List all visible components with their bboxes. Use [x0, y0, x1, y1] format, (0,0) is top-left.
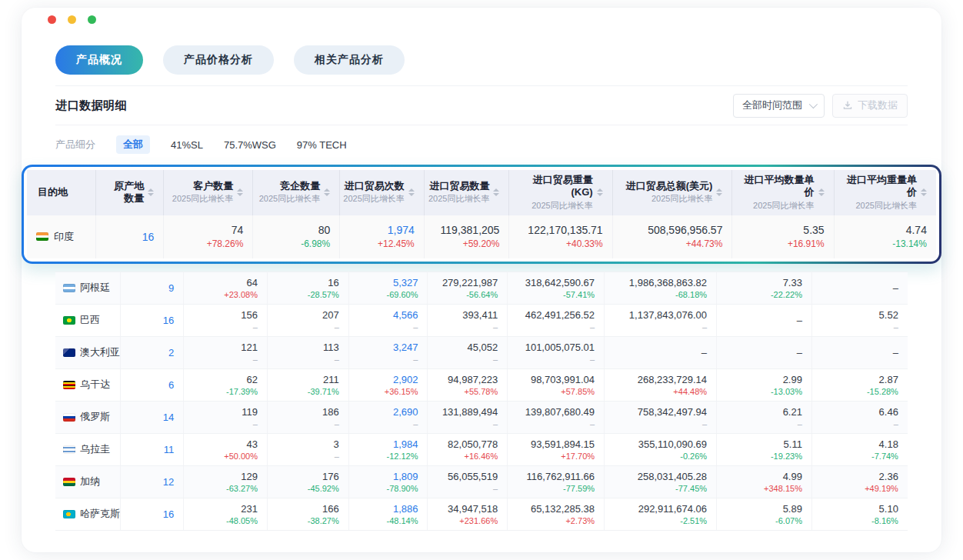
- sort-caret-icon[interactable]: [324, 188, 330, 196]
- column-header-7[interactable]: 进口贸易重量(KG)2025同比增长率: [508, 170, 611, 215]
- cell-growth: -28.57%: [308, 290, 339, 299]
- cell-value: 6.46: [879, 406, 898, 418]
- column-title: 客户数量: [172, 180, 233, 192]
- download-label: 下载数据: [858, 98, 898, 112]
- column-title: 进口平均重量单价: [838, 174, 917, 199]
- column-header-text: 进口贸易总额(美元)2025同比增长率: [626, 180, 713, 205]
- sort-caret-icon[interactable]: [237, 188, 243, 196]
- table-cell: 14: [120, 402, 184, 433]
- cell-growth: -13.14%: [892, 238, 927, 249]
- column-header-text: 竞企数量2025同比增长率: [259, 180, 320, 205]
- column-header-5[interactable]: 进口贸易次数2025同比增长率: [339, 170, 424, 215]
- cell-value: 7.33: [783, 277, 802, 288]
- highlighted-row[interactable]: 印度1674+78.26%80-6.98%1,974+12.45%119,381…: [27, 215, 936, 258]
- column-header-10[interactable]: 进口平均重量单价2025同比增长率: [834, 170, 936, 215]
- sort-caret-icon[interactable]: [716, 188, 722, 196]
- cell-growth: -22.22%: [771, 290, 802, 299]
- table-row-ar[interactable]: 阿根廷964+23.08%16-28.57%5,327-69.60%279,22…: [55, 272, 908, 304]
- table-cell: 758,342,497.94–: [604, 402, 716, 433]
- flag-kz-icon: [63, 510, 75, 518]
- cell-value: 6.21: [783, 406, 802, 418]
- cell-value: 231: [241, 503, 258, 515]
- table-cell: 6.21–: [716, 402, 811, 433]
- table-row-gh[interactable]: 加纳12129-63.27%176-45.92%1,809-78.90%56,0…: [55, 465, 908, 498]
- table-row-uy[interactable]: 乌拉圭1143+50.00%3–1,984-12.12%82,050,778+1…: [55, 433, 908, 465]
- cell-value: 292,911,674.06: [638, 503, 707, 515]
- minimize-button[interactable]: [68, 15, 76, 24]
- cell-value: 43: [247, 438, 258, 450]
- sort-caret-icon[interactable]: [148, 188, 154, 196]
- cell-value: 6: [168, 379, 174, 391]
- table-cell: 113–: [267, 337, 348, 368]
- table-cell: –: [716, 305, 811, 336]
- table-cell: 176-45.92%: [267, 466, 348, 498]
- column-title: 进口贸易总额(美元): [626, 180, 713, 192]
- cell-growth: –: [590, 355, 595, 364]
- destination-cell: 乌干达: [55, 369, 120, 401]
- table-cell: 292,911,674.06-2.51%: [604, 498, 716, 530]
- table-cell: 74+78.26%: [163, 215, 252, 258]
- cell-value: 156: [241, 309, 258, 321]
- destination-cell: 乌拉圭: [55, 434, 120, 465]
- tab-product-price-analysis[interactable]: 产品价格分析: [163, 45, 274, 75]
- cell-value: 16: [163, 315, 174, 326]
- column-header-text: 进口贸易数量2025同比增长率: [428, 180, 489, 205]
- sort-caret-icon[interactable]: [921, 188, 927, 196]
- cell-value: 258,031,405.28: [638, 471, 707, 482]
- filter-chip-sl[interactable]: 41%SL: [171, 139, 203, 151]
- sort-caret-icon[interactable]: [818, 188, 825, 196]
- column-header-6[interactable]: 进口贸易数量2025同比增长率: [424, 170, 509, 215]
- download-icon: [842, 100, 853, 111]
- cell-value: 4.74: [906, 224, 927, 236]
- cell-growth: -2.51%: [680, 516, 707, 525]
- filter-chip-tech[interactable]: 97% TECH: [297, 139, 347, 151]
- cell-growth: -48.14%: [387, 516, 418, 525]
- table-row-au[interactable]: 澳大利亚2121–113–3,247–45,052–101,005,075.01…: [55, 336, 908, 368]
- column-subtitle: 2025同比增长率: [626, 193, 713, 205]
- column-header-4[interactable]: 竞企数量2025同比增长率: [252, 170, 339, 215]
- header-controls: 全部时间范围 下载数据: [733, 94, 908, 118]
- table-row-kz[interactable]: 哈萨克斯坦16231-48.05%166-38.27%1,886-48.14%3…: [55, 498, 908, 530]
- column-header-3[interactable]: 客户数量2025同比增长率: [163, 170, 252, 215]
- table-cell: 156–: [183, 305, 267, 336]
- sort-caret-icon[interactable]: [493, 188, 499, 196]
- column-header-8[interactable]: 进口贸易总额(美元)2025同比增长率: [612, 170, 732, 215]
- column-subtitle: 2025同比增长率: [735, 200, 814, 212]
- cell-value: 4.99: [783, 471, 802, 482]
- destination-cell: 印度: [27, 215, 95, 258]
- tab-product-overview[interactable]: 产品概况: [55, 45, 143, 75]
- cell-growth: +40.33%: [566, 238, 603, 249]
- time-range-value: 全部时间范围: [742, 98, 802, 112]
- filter-chip-all[interactable]: 全部: [116, 135, 150, 154]
- column-header-9[interactable]: 进口平均数量单价2025同比增长率: [731, 170, 833, 215]
- cell-value: 62: [247, 374, 258, 385]
- destination-cell: 阿根廷: [55, 272, 120, 304]
- cell-growth: –: [702, 322, 707, 332]
- cell-value: 2,690: [393, 406, 418, 418]
- table-row-ug[interactable]: 乌干达662-17.39%211-39.71%2,902+36.15%94,98…: [55, 368, 908, 401]
- close-button[interactable]: [48, 15, 56, 24]
- cell-value: 5.11: [784, 438, 802, 450]
- tab-related-product-analysis[interactable]: 相关产品分析: [294, 45, 405, 75]
- cell-growth: -78.90%: [387, 484, 418, 493]
- filter-chip-wsg[interactable]: 75.7%WSG: [224, 139, 276, 151]
- cell-value: 355,110,090.69: [638, 438, 707, 450]
- table-cell: 2.87-15.28%: [811, 369, 908, 401]
- cell-growth: –: [335, 322, 339, 332]
- table-cell: 279,221,987-56.64%: [427, 272, 507, 304]
- cell-growth: -15.28%: [867, 387, 898, 396]
- table-row-ru[interactable]: 俄罗斯14119–186–2,690–131,889,494–139,807,6…: [55, 401, 908, 433]
- time-range-select[interactable]: 全部时间范围: [733, 94, 825, 118]
- table-cell: 129-63.27%: [183, 466, 267, 498]
- sort-caret-icon[interactable]: [408, 188, 415, 196]
- download-button[interactable]: 下载数据: [832, 94, 908, 118]
- cell-growth: -19.23%: [771, 452, 802, 461]
- maximize-button[interactable]: [88, 15, 96, 24]
- column-header-2[interactable]: 原产地数量: [95, 170, 163, 215]
- section-header: 进口数据明细 全部时间范围 下载数据: [55, 85, 908, 125]
- table-cell: 9: [120, 272, 184, 304]
- table-row-br[interactable]: 巴西16156–207–4,566–393,411–462,491,256.52…: [55, 304, 908, 336]
- cell-value: 1,984: [393, 438, 418, 450]
- table-cell: –: [604, 337, 716, 368]
- sort-caret-icon[interactable]: [597, 188, 603, 196]
